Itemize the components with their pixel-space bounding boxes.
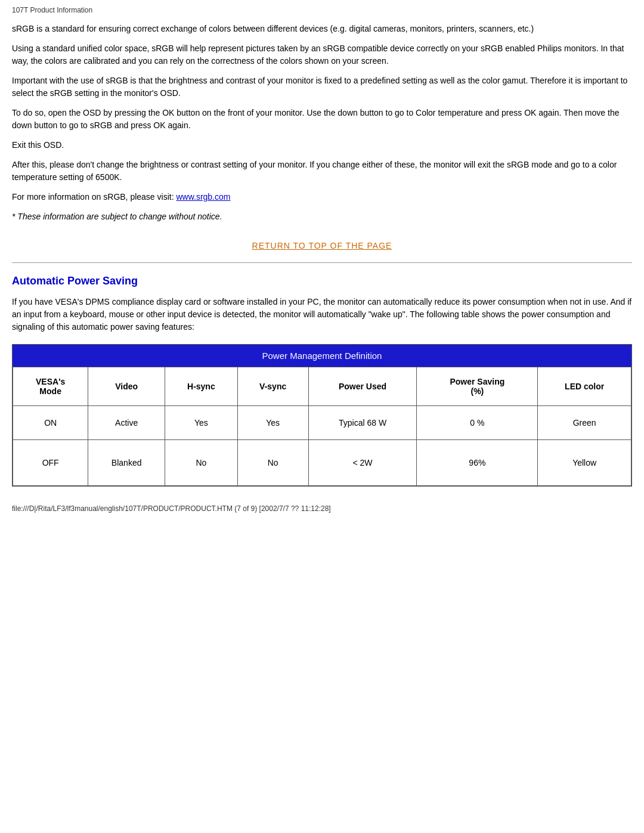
cell-hsync-yes-1: Yes <box>165 406 238 440</box>
paragraph-7: For more information on sRGB, please vis… <box>12 191 632 203</box>
cell-power-less2w: < 2W <box>308 440 417 486</box>
return-link-text: RETURN TO TOP OF THE PAGE <box>252 241 392 250</box>
paragraph-7-prefix: For more information on sRGB, please vis… <box>12 192 176 202</box>
page-header: 107T Product Information <box>12 6 632 14</box>
paragraph-3: Important with the use of sRGB is that t… <box>12 75 632 100</box>
content-section: sRGB is a standard for ensuring correct … <box>12 23 632 223</box>
header-title: 107T Product Information <box>12 6 92 14</box>
col-header-vesa-mode: VESA'sMode <box>13 367 88 406</box>
paragraph-5: Exit this OSD. <box>12 139 632 151</box>
power-saving-section: Automatic Power Saving If you have VESA'… <box>12 275 632 487</box>
col-header-hsync: H-sync <box>165 367 238 406</box>
footer-text: file:///D|/Rita/LF3/lf3manual/english/10… <box>12 504 331 513</box>
cell-saving-96: 96% <box>417 440 538 486</box>
page-footer: file:///D|/Rita/LF3/lf3manual/english/10… <box>12 504 632 513</box>
cell-led-yellow: Yellow <box>538 440 631 486</box>
cell-vsync-no: No <box>237 440 308 486</box>
col-header-power-saving: Power Saving(%) <box>417 367 538 406</box>
section-divider <box>12 262 632 263</box>
table-column-headers: VESA'sMode Video H-sync V-sync Power Use… <box>13 367 631 406</box>
paragraph-2: Using a standard unified color space, sR… <box>12 42 632 67</box>
power-management-table-wrapper: Power Management Definition VESA'sMode V… <box>12 344 632 487</box>
col-header-power-used: Power Used <box>308 367 417 406</box>
table-row: OFF Blanked No No < 2W 96% Yellow <box>13 440 631 486</box>
return-to-top-link[interactable]: RETURN TO TOP OF THE PAGE <box>252 241 392 250</box>
notice-text: * These information are subject to chang… <box>12 210 632 223</box>
cell-power-typical: Typical 68 W <box>308 406 417 440</box>
table-header: Power Management Definition <box>13 345 631 367</box>
table-row: ON Active Yes Yes Typical 68 W 0 % Green <box>13 406 631 440</box>
col-header-vsync: V-sync <box>237 367 308 406</box>
power-table: VESA'sMode Video H-sync V-sync Power Use… <box>13 367 631 486</box>
cell-video-active: Active <box>88 406 165 440</box>
section-title: Automatic Power Saving <box>12 275 632 287</box>
cell-hsync-no: No <box>165 440 238 486</box>
paragraph-6: After this, please don't change the brig… <box>12 159 632 184</box>
cell-video-blanked: Blanked <box>88 440 165 486</box>
col-header-led-color: LED color <box>538 367 631 406</box>
col-header-video: Video <box>88 367 165 406</box>
cell-vsync-yes-1: Yes <box>237 406 308 440</box>
cell-vesa-off: OFF <box>13 440 88 486</box>
paragraph-1: sRGB is a standard for ensuring correct … <box>12 23 632 35</box>
cell-led-green: Green <box>538 406 631 440</box>
section-description: If you have VESA's DPMS compliance displ… <box>12 296 632 333</box>
cell-vesa-on: ON <box>13 406 88 440</box>
return-link-container: RETURN TO TOP OF THE PAGE <box>12 241 632 250</box>
paragraph-4: To do so, open the OSD by pressing the O… <box>12 107 632 132</box>
cell-saving-0: 0 % <box>417 406 538 440</box>
srgb-link[interactable]: www.srgb.com <box>176 192 230 202</box>
